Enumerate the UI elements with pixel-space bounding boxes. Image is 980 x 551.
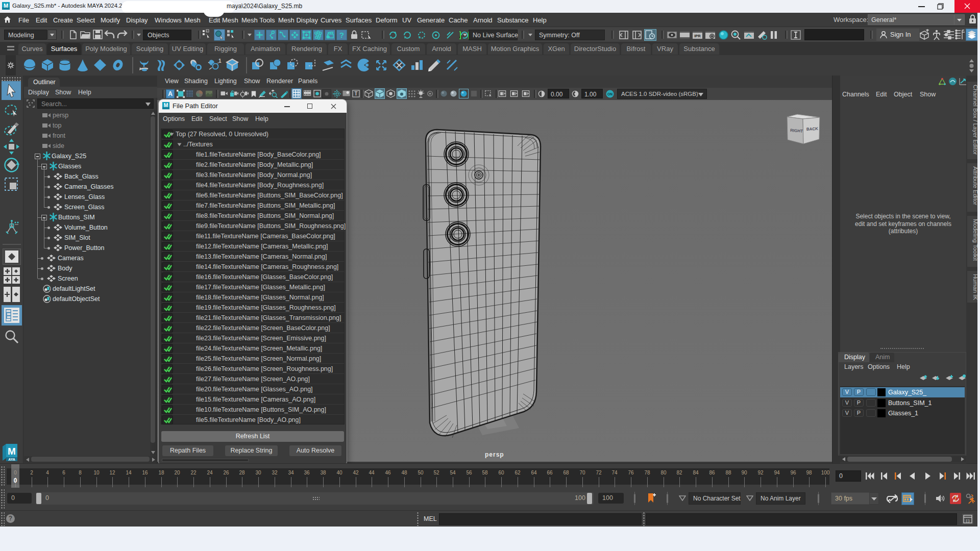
svg-text:IPR: IPR bbox=[694, 34, 701, 38]
svg-text:M: M bbox=[4, 3, 8, 9]
svg-text:AYA: AYA bbox=[8, 458, 15, 461]
svg-text:?: ? bbox=[339, 31, 344, 39]
svg-text:ON: ON bbox=[607, 92, 612, 96]
svg-text:BACK: BACK bbox=[806, 127, 819, 132]
svg-text:{;}: {;} bbox=[966, 518, 970, 523]
svg-text:M: M bbox=[8, 446, 16, 457]
svg-text:RIGHT: RIGHT bbox=[790, 128, 803, 134]
svg-text:1: 1 bbox=[218, 58, 222, 64]
svg-text:M: M bbox=[164, 103, 168, 108]
svg-text:T: T bbox=[354, 91, 358, 96]
